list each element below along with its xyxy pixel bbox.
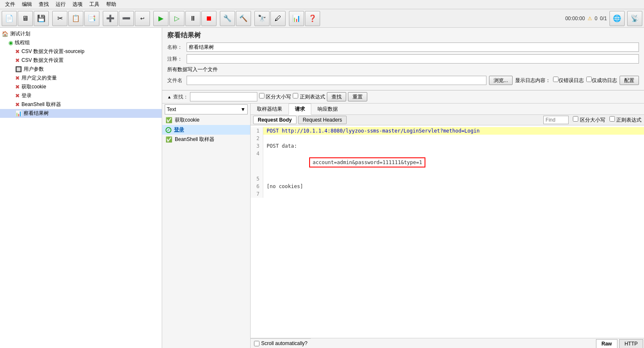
tool2-btn[interactable]: 🔨	[236, 11, 251, 26]
cookie-icon: ✖	[15, 84, 20, 90]
menu-tools[interactable]: 工具	[86, 0, 103, 9]
line-num-6: 6	[251, 183, 263, 190]
detail-tabs: 取样器结果 请求 响应数据	[251, 104, 644, 115]
tree-item-label: 用户定义的变量	[21, 74, 57, 82]
warning-icon: ⚠	[588, 16, 592, 21]
sample-list: Text ▼ ✅ 获取cookie ✓ 登录 ✅ BeanShell 取样器	[162, 104, 251, 348]
menu-file[interactable]: 文件	[2, 0, 19, 9]
menu-help[interactable]: 帮助	[103, 0, 120, 9]
config-btn[interactable]: 配置	[620, 76, 639, 85]
search-toolbar-btn[interactable]: 🔭	[254, 11, 270, 26]
fraction-display: 0/1	[600, 16, 607, 21]
cookie-status-icon: ✅	[166, 117, 172, 123]
scroll-auto-label: Scroll automatically?	[261, 340, 307, 346]
sub-tab-request-headers[interactable]: Request Headers	[298, 116, 347, 124]
errors-only-check[interactable]	[553, 77, 558, 82]
sub-tab-request-body[interactable]: Request Body	[253, 116, 297, 124]
chart-btn[interactable]: 📊	[289, 11, 304, 26]
comment-row: 注释：	[167, 54, 639, 64]
regex-check[interactable]	[293, 93, 298, 98]
copy-btn[interactable]: 📋	[68, 11, 83, 26]
help-btn[interactable]: ❓	[305, 11, 320, 26]
tree-item-csv2[interactable]: ✖ CSV 数据文件设置	[0, 56, 162, 65]
tree-item-cookie[interactable]: ✖ 获取cookie	[0, 82, 162, 91]
file-label: 文件名	[167, 77, 184, 84]
success-only-check[interactable]	[586, 77, 592, 82]
line-num-1: 1	[251, 127, 263, 135]
template-btn[interactable]: 🖥	[18, 11, 33, 26]
stop-btn[interactable]: ⏹	[201, 11, 216, 26]
case-sensitive2-check[interactable]	[573, 116, 578, 122]
tab-sampler-result[interactable]: 取样器结果	[251, 104, 289, 115]
scroll-auto-check[interactable]	[254, 341, 259, 346]
find-btn[interactable]: 查找	[327, 92, 346, 101]
globe-btn[interactable]: 🌐	[609, 11, 625, 26]
csv1-icon: ✖	[15, 48, 20, 55]
tree-item-plan[interactable]: 🏠 测试计划	[0, 29, 162, 38]
code-line-2: 2	[251, 135, 644, 142]
beanshell-status-icon: ✅	[166, 136, 172, 143]
line-content-6: [no cookies]	[263, 183, 303, 190]
sample-item-label: 登录	[174, 126, 184, 133]
case-sensitive-check[interactable]	[259, 93, 265, 98]
remove-btn[interactable]: ➖	[119, 11, 134, 26]
name-label: 名称：	[167, 44, 184, 51]
pause-btn[interactable]: ⏸	[185, 11, 200, 26]
raw-tab[interactable]: Raw	[596, 339, 617, 348]
tree-item-label: 察看结果树	[24, 110, 49, 117]
comment-input[interactable]	[187, 54, 639, 64]
sample-item-cookie[interactable]: ✅ 获取cookie	[162, 115, 250, 125]
sample-item-login[interactable]: ✓ 登录	[162, 125, 250, 135]
run2-btn[interactable]: ▷	[169, 11, 184, 26]
save-btn[interactable]: 💾	[34, 11, 49, 26]
line-num-7: 7	[251, 190, 263, 198]
tree-item-group[interactable]: ◉ 线程组	[0, 38, 162, 47]
tree-item-label: 登录	[21, 92, 32, 99]
dropdown-arrow-icon: ▼	[240, 106, 246, 112]
tree-item-csv1[interactable]: ✖ CSV 数据文件设置-sourceip	[0, 47, 162, 56]
sample-dropdown[interactable]: Text ▼	[165, 104, 248, 114]
tree-item-var[interactable]: ✖ 用户定义的变量	[0, 74, 162, 82]
toolbar-right: 00:00:00 ⚠ 0 0/1 🌐 📡	[565, 11, 642, 26]
regex2-check[interactable]	[609, 116, 615, 122]
code-line-3: 3 POST data:	[251, 142, 644, 150]
name-input[interactable]	[187, 43, 639, 52]
browse-back-btn[interactable]: ↩	[135, 11, 150, 26]
result-icon: 📊	[15, 110, 22, 117]
menu-options[interactable]: 选项	[69, 0, 86, 9]
paste-btn[interactable]: 📑	[84, 11, 99, 26]
code-area[interactable]: 1 POST http://10.1.1.4:8080/lyyzoo-ssms-…	[251, 125, 644, 338]
tree-item-login[interactable]: ✖ 登录	[0, 91, 162, 100]
new-btn[interactable]: 📄	[2, 11, 17, 26]
file-input[interactable]	[187, 76, 486, 85]
menu-edit[interactable]: 编辑	[19, 0, 35, 9]
cut-btn[interactable]: ✂	[52, 11, 67, 26]
section-title: 察看结果树	[162, 28, 644, 43]
run-btn[interactable]: ▶	[153, 11, 168, 26]
tree-item-result[interactable]: 📊 察看结果树	[0, 109, 162, 118]
tab-request[interactable]: 请求	[289, 104, 311, 115]
menu-find[interactable]: 查找	[35, 0, 52, 9]
var-icon: ✖	[15, 75, 20, 81]
tool1-btn[interactable]: 🔧	[220, 11, 235, 26]
search-input[interactable]	[190, 92, 257, 101]
tab-response[interactable]: 响应数据	[311, 104, 344, 115]
menu-run[interactable]: 运行	[52, 0, 69, 9]
line-num-3: 3	[251, 142, 263, 150]
sample-item-beanshell[interactable]: ✅ BeanShell 取样器	[162, 135, 250, 144]
sample-item-label: 获取cookie	[175, 117, 200, 124]
reset-btn[interactable]: 重置	[348, 92, 367, 101]
userparam-icon: 🔲	[15, 66, 22, 72]
http-tab[interactable]: HTTP	[619, 339, 643, 348]
tree-item-userparam[interactable]: 🔲 用户参数	[0, 65, 162, 74]
tree-item-beanshell[interactable]: ✖ BeanShell 取样器	[0, 100, 162, 109]
group-icon: ◉	[8, 40, 13, 46]
add-btn[interactable]: ➕	[103, 11, 118, 26]
tree-item-label: BeanShell 取样器	[21, 101, 61, 108]
brush-btn[interactable]: 🖊	[270, 11, 286, 26]
comment-label: 注释：	[167, 56, 184, 63]
remote-btn[interactable]: 📡	[627, 11, 642, 26]
browse-btn[interactable]: 浏览...	[489, 76, 513, 85]
find-input[interactable]	[543, 116, 569, 124]
main-area: 🏠 测试计划 ◉ 线程组 ✖ CSV 数据文件设置-sourceip ✖ CSV…	[0, 28, 644, 348]
